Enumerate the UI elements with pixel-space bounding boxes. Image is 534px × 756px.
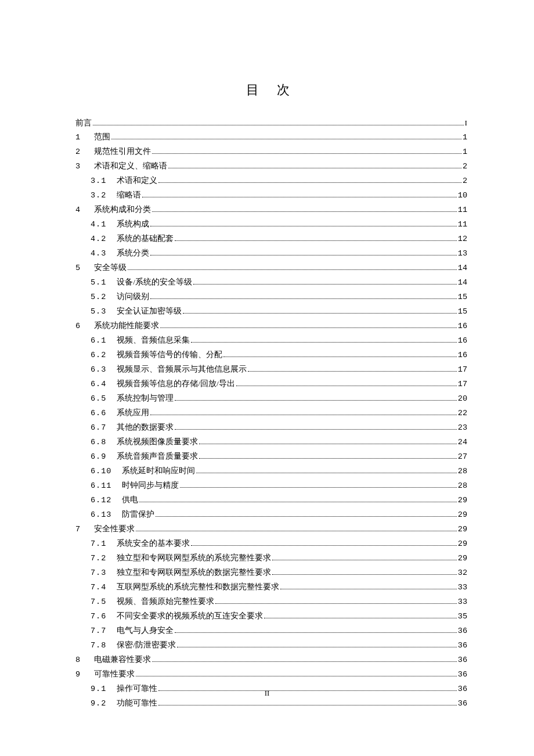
toc-entry-number: 6.4 (91, 377, 106, 391)
toc-entry-number: 5.3 (91, 305, 106, 319)
toc-entry[interactable]: 6.5系统控制与管理20 (75, 391, 467, 406)
toc-entry[interactable]: 4.1系统构成11 (75, 217, 467, 232)
toc-entry-page: 15 (458, 305, 467, 319)
toc-entry-number: 4.3 (91, 247, 106, 261)
toc-leader-dots (139, 502, 456, 502)
toc-entry[interactable]: 5.1设备/系统的安全等级14 (75, 275, 467, 290)
toc-entry[interactable]: 2规范性引用文件1 (75, 145, 467, 159)
toc-entry[interactable]: 7安全性要求29 (75, 522, 467, 537)
toc-entry[interactable]: 6.13防雷保护29 (75, 507, 467, 522)
toc-leader-dots (128, 269, 457, 270)
toc-entry-page: 20 (458, 392, 467, 406)
toc-entry[interactable]: 6.12供电29 (75, 493, 467, 507)
toc-entry[interactable]: 6系统功能性能要求16 (75, 319, 467, 333)
toc-entry-label: 安全性要求 (94, 522, 135, 536)
toc-entry[interactable]: 7.7电气与人身安全36 (75, 624, 467, 638)
toc-entry-page: 22 (458, 406, 467, 420)
toc-entry-label: 供电 (122, 493, 138, 507)
toc-entry-page: 24 (458, 435, 467, 449)
toc-entry-number: 7.7 (91, 624, 106, 638)
toc-entry-label: 视频显示、音频展示与其他信息展示 (117, 362, 247, 376)
toc-leader-dots (168, 168, 461, 168)
toc-entry-label: 安全等级 (94, 261, 127, 275)
toc-entry[interactable]: 5安全等级14 (75, 261, 467, 275)
toc-entry-number: 6.9 (91, 450, 106, 464)
toc-entry-page: 33 (458, 581, 467, 595)
toc-entry[interactable]: 7.2独立型和专网联网型系统的系统完整性要求29 (75, 551, 467, 566)
toc-leader-dots (136, 531, 457, 531)
toc-entry[interactable]: 3.1术语和定义2 (75, 174, 467, 188)
toc-entry-page: 15 (458, 290, 467, 304)
toc-entry-number: 6.1 (91, 334, 106, 348)
toc-entry[interactable]: 4系统构成和分类11 (75, 203, 467, 217)
toc-entry-number: 7.2 (91, 552, 106, 566)
toc-entry-label: 可靠性要求 (94, 667, 135, 681)
toc-entry[interactable]: 4.2系统的基础配套12 (75, 232, 467, 246)
toc-entry[interactable]: 7.4互联网型系统的系统完整性和数据完整性要求33 (75, 580, 467, 595)
toc-entry[interactable]: 5.3安全认证加密等级15 (75, 304, 467, 319)
toc-leader-dots (175, 429, 456, 430)
toc-entry-number: 6.5 (91, 392, 106, 406)
toc-entry[interactable]: 6.4视频音频等信息的存储/回放/导出17 (75, 377, 467, 391)
toc-entry[interactable]: 9.2功能可靠性36 (75, 696, 467, 711)
toc-entry[interactable]: 前言I (75, 116, 467, 130)
toc-entry-number: 6.2 (91, 348, 106, 362)
toc-entry[interactable]: 3.2缩略语10 (75, 188, 467, 203)
toc-leader-dots (175, 240, 456, 241)
toc-entry-number: 6 (75, 319, 80, 333)
toc-leader-dots (158, 705, 456, 705)
toc-entry-number: 6.13 (91, 508, 111, 522)
toc-entry[interactable]: 4.3系统分类13 (75, 246, 467, 261)
toc-entry[interactable]: 8电磁兼容性要求36 (75, 653, 467, 667)
toc-entry-page: 17 (458, 377, 467, 391)
toc-entry-page: 32 (458, 566, 467, 580)
toc-entry-page: 27 (458, 450, 467, 464)
toc-entry[interactable]: 6.1视频、音频信息采集16 (75, 333, 467, 348)
toc-entry[interactable]: 7.6不同安全要求的视频系统的互连安全要求35 (75, 609, 467, 624)
toc-entry-label: 时钟同步与精度 (122, 478, 179, 492)
toc-entry[interactable]: 5.2访问级别15 (75, 290, 467, 304)
toc-entry-number: 6.3 (91, 363, 106, 377)
toc-entry[interactable]: 1范围1 (75, 130, 467, 145)
toc-entry-page: 36 (458, 668, 467, 682)
toc-entry-number: 7.3 (91, 566, 106, 580)
toc-entry-number: 8 (75, 653, 80, 667)
toc-entry[interactable]: 6.11时钟同步与精度28 (75, 478, 467, 493)
toc-entry-label: 系统应用 (117, 406, 149, 420)
toc-entry-page: 14 (458, 276, 467, 290)
toc-entry-label: 防雷保护 (122, 507, 154, 521)
toc-entry-label: 系统控制与管理 (117, 391, 174, 405)
toc-entry-page: 36 (458, 653, 467, 667)
toc-entry[interactable]: 7.1系统安全的基本要求29 (75, 537, 467, 551)
toc-entry[interactable]: 6.8系统视频图像质量要求24 (75, 435, 467, 449)
toc-entry[interactable]: 7.3独立型和专网联网型系统的数据完整性要求32 (75, 566, 467, 580)
toc-entry-label: 系统构成 (117, 217, 149, 231)
toc-entry-number: 7 (75, 523, 80, 537)
toc-entry-label: 术语和定义、缩略语 (94, 159, 167, 173)
toc-entry-page: 36 (458, 639, 467, 653)
toc-entry-label: 范围 (94, 130, 110, 144)
toc-leader-dots (193, 284, 457, 285)
toc-entry[interactable]: 7.8保密/防泄密要求36 (75, 638, 467, 653)
toc-entry-label: 系统功能性能要求 (94, 319, 159, 333)
toc-entry-label: 视频、音频原始完整性要求 (117, 595, 214, 609)
toc-entry[interactable]: 6.6系统应用22 (75, 406, 467, 420)
toc-entry-label: 术语和定义 (117, 174, 157, 188)
toc-entry-label: 前言 (75, 116, 92, 130)
toc-leader-dots (150, 298, 456, 299)
toc-entry[interactable]: 9可靠性要求36 (75, 667, 467, 682)
toc-leader-dots (160, 327, 457, 328)
toc-entry-label: 访问级别 (117, 290, 149, 304)
toc-leader-dots (191, 545, 456, 546)
toc-entry[interactable]: 7.5视频、音频原始完整性要求33 (75, 595, 467, 609)
toc-entry[interactable]: 3术语和定义、缩略语2 (75, 159, 467, 174)
toc-leader-dots (152, 211, 457, 212)
toc-entry-label: 电磁兼容性要求 (94, 653, 151, 667)
toc-entry-page: 2 (463, 174, 467, 188)
toc-entry[interactable]: 6.9系统音频声音质量要求27 (75, 449, 467, 464)
toc-entry[interactable]: 6.3视频显示、音频展示与其他信息展示17 (75, 362, 467, 377)
toc-entry[interactable]: 6.7其他的数据要求23 (75, 420, 467, 435)
toc-entry[interactable]: 6.2视频音频等信号的传输、分配16 (75, 348, 467, 362)
toc-entry-label: 规范性引用文件 (94, 145, 151, 159)
toc-entry[interactable]: 6.10系统延时和响应时间28 (75, 464, 467, 478)
